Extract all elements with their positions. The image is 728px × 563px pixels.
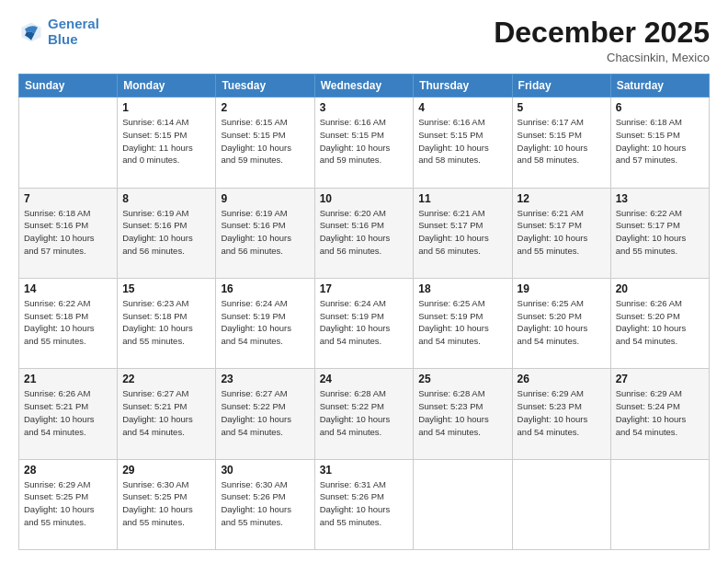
day-detail: Sunrise: 6:28 AMSunset: 5:23 PMDaylight:… <box>418 387 506 438</box>
day-number: 12 <box>518 192 606 205</box>
day-detail: Sunrise: 6:29 AMSunset: 5:23 PMDaylight:… <box>518 387 606 438</box>
day-number: 7 <box>24 192 112 205</box>
logo-icon <box>18 19 44 45</box>
day-detail: Sunrise: 6:14 AMSunset: 5:15 PMDaylight:… <box>122 116 210 167</box>
day-detail: Sunrise: 6:24 AMSunset: 5:19 PMDaylight:… <box>221 297 309 348</box>
day-detail: Sunrise: 6:25 AMSunset: 5:19 PMDaylight:… <box>418 297 506 348</box>
day-number: 19 <box>518 282 606 295</box>
calendar-cell: 20Sunrise: 6:26 AMSunset: 5:20 PMDayligh… <box>610 278 709 368</box>
calendar-cell: 3Sunrise: 6:16 AMSunset: 5:15 PMDaylight… <box>314 98 414 188</box>
day-number: 17 <box>320 282 409 295</box>
calendar-cell: 9Sunrise: 6:19 AMSunset: 5:16 PMDaylight… <box>216 188 314 278</box>
calendar-cell: 16Sunrise: 6:24 AMSunset: 5:19 PMDayligh… <box>216 278 314 368</box>
day-detail: Sunrise: 6:30 AMSunset: 5:26 PMDaylight:… <box>221 478 309 529</box>
day-number: 28 <box>24 464 112 477</box>
day-number: 18 <box>418 282 506 295</box>
day-number: 30 <box>221 464 309 477</box>
calendar-cell: 30Sunrise: 6:30 AMSunset: 5:26 PMDayligh… <box>216 459 314 549</box>
calendar-cell: 31Sunrise: 6:31 AMSunset: 5:26 PMDayligh… <box>314 459 414 549</box>
col-header-saturday: Saturday <box>610 75 709 98</box>
calendar-week-4: 21Sunrise: 6:26 AMSunset: 5:21 PMDayligh… <box>19 369 710 459</box>
day-number: 14 <box>24 282 112 295</box>
day-detail: Sunrise: 6:15 AMSunset: 5:15 PMDaylight:… <box>221 116 309 167</box>
day-detail: Sunrise: 6:19 AMSunset: 5:16 PMDaylight:… <box>122 207 210 258</box>
calendar-cell: 28Sunrise: 6:29 AMSunset: 5:25 PMDayligh… <box>19 459 118 549</box>
day-number: 29 <box>122 464 210 477</box>
calendar-cell: 6Sunrise: 6:18 AMSunset: 5:15 PMDaylight… <box>610 98 709 188</box>
calendar-week-3: 14Sunrise: 6:22 AMSunset: 5:18 PMDayligh… <box>19 278 710 368</box>
page: General Blue December 2025 Chacsinkin, M… <box>0 0 728 563</box>
day-number: 15 <box>122 282 210 295</box>
day-number: 3 <box>320 101 409 114</box>
day-number: 26 <box>518 373 606 385</box>
calendar-cell: 12Sunrise: 6:21 AMSunset: 5:17 PMDayligh… <box>512 188 610 278</box>
calendar-cell: 18Sunrise: 6:25 AMSunset: 5:19 PMDayligh… <box>414 278 512 368</box>
day-number: 13 <box>616 192 704 205</box>
day-detail: Sunrise: 6:29 AMSunset: 5:24 PMDaylight:… <box>616 387 704 438</box>
day-number: 23 <box>221 373 309 385</box>
day-detail: Sunrise: 6:18 AMSunset: 5:16 PMDaylight:… <box>24 207 112 258</box>
day-detail: Sunrise: 6:27 AMSunset: 5:22 PMDaylight:… <box>221 387 309 438</box>
calendar-cell: 8Sunrise: 6:19 AMSunset: 5:16 PMDaylight… <box>118 188 216 278</box>
calendar-week-1: 1Sunrise: 6:14 AMSunset: 5:15 PMDaylight… <box>19 98 710 188</box>
day-number: 27 <box>616 373 704 385</box>
calendar-cell: 4Sunrise: 6:16 AMSunset: 5:15 PMDaylight… <box>414 98 512 188</box>
calendar-cell: 10Sunrise: 6:20 AMSunset: 5:16 PMDayligh… <box>314 188 414 278</box>
day-number: 2 <box>221 101 309 114</box>
calendar-week-5: 28Sunrise: 6:29 AMSunset: 5:25 PMDayligh… <box>19 459 710 549</box>
col-header-wednesday: Wednesday <box>314 75 414 98</box>
calendar-cell: 19Sunrise: 6:25 AMSunset: 5:20 PMDayligh… <box>512 278 610 368</box>
day-number: 25 <box>418 373 506 385</box>
day-number: 11 <box>418 192 506 205</box>
day-detail: Sunrise: 6:25 AMSunset: 5:20 PMDaylight:… <box>518 297 606 348</box>
day-number: 21 <box>24 373 112 385</box>
calendar-table: SundayMondayTuesdayWednesdayThursdayFrid… <box>18 74 710 550</box>
calendar-cell: 26Sunrise: 6:29 AMSunset: 5:23 PMDayligh… <box>512 369 610 459</box>
day-number: 6 <box>616 101 704 114</box>
calendar-cell: 11Sunrise: 6:21 AMSunset: 5:17 PMDayligh… <box>414 188 512 278</box>
calendar-cell: 14Sunrise: 6:22 AMSunset: 5:18 PMDayligh… <box>19 278 118 368</box>
calendar-cell: 27Sunrise: 6:29 AMSunset: 5:24 PMDayligh… <box>610 369 709 459</box>
logo-text: General Blue <box>48 17 99 47</box>
day-number: 22 <box>122 373 210 385</box>
calendar-cell: 21Sunrise: 6:26 AMSunset: 5:21 PMDayligh… <box>19 369 118 459</box>
day-detail: Sunrise: 6:26 AMSunset: 5:20 PMDaylight:… <box>616 297 704 348</box>
title-block: December 2025 Chacsinkin, Mexico <box>494 17 710 64</box>
header: General Blue December 2025 Chacsinkin, M… <box>18 17 710 64</box>
day-detail: Sunrise: 6:17 AMSunset: 5:15 PMDaylight:… <box>518 116 606 167</box>
day-detail: Sunrise: 6:27 AMSunset: 5:21 PMDaylight:… <box>122 387 210 438</box>
calendar-cell: 15Sunrise: 6:23 AMSunset: 5:18 PMDayligh… <box>118 278 216 368</box>
day-detail: Sunrise: 6:19 AMSunset: 5:16 PMDaylight:… <box>221 207 309 258</box>
day-detail: Sunrise: 6:21 AMSunset: 5:17 PMDaylight:… <box>418 207 506 258</box>
col-header-friday: Friday <box>512 75 610 98</box>
calendar-cell <box>610 459 709 549</box>
day-detail: Sunrise: 6:22 AMSunset: 5:17 PMDaylight:… <box>616 207 704 258</box>
calendar-cell <box>414 459 512 549</box>
day-number: 8 <box>122 192 210 205</box>
calendar-cell <box>19 98 118 188</box>
day-number: 20 <box>616 282 704 295</box>
col-header-tuesday: Tuesday <box>216 75 314 98</box>
calendar-cell: 1Sunrise: 6:14 AMSunset: 5:15 PMDaylight… <box>118 98 216 188</box>
day-detail: Sunrise: 6:31 AMSunset: 5:26 PMDaylight:… <box>320 478 409 529</box>
calendar-cell: 13Sunrise: 6:22 AMSunset: 5:17 PMDayligh… <box>610 188 709 278</box>
calendar-cell: 7Sunrise: 6:18 AMSunset: 5:16 PMDaylight… <box>19 188 118 278</box>
calendar-cell: 17Sunrise: 6:24 AMSunset: 5:19 PMDayligh… <box>314 278 414 368</box>
day-detail: Sunrise: 6:28 AMSunset: 5:22 PMDaylight:… <box>320 387 409 438</box>
calendar-header-row: SundayMondayTuesdayWednesdayThursdayFrid… <box>19 75 710 98</box>
day-number: 10 <box>320 192 409 205</box>
day-detail: Sunrise: 6:29 AMSunset: 5:25 PMDaylight:… <box>24 478 112 529</box>
col-header-thursday: Thursday <box>414 75 512 98</box>
day-number: 5 <box>518 101 606 114</box>
calendar-cell: 2Sunrise: 6:15 AMSunset: 5:15 PMDaylight… <box>216 98 314 188</box>
day-number: 1 <box>122 101 210 114</box>
col-header-monday: Monday <box>118 75 216 98</box>
day-detail: Sunrise: 6:18 AMSunset: 5:15 PMDaylight:… <box>616 116 704 167</box>
day-detail: Sunrise: 6:21 AMSunset: 5:17 PMDaylight:… <box>518 207 606 258</box>
logo: General Blue <box>18 17 99 47</box>
calendar-cell: 23Sunrise: 6:27 AMSunset: 5:22 PMDayligh… <box>216 369 314 459</box>
day-detail: Sunrise: 6:16 AMSunset: 5:15 PMDaylight:… <box>320 116 409 167</box>
day-number: 9 <box>221 192 309 205</box>
calendar-cell: 25Sunrise: 6:28 AMSunset: 5:23 PMDayligh… <box>414 369 512 459</box>
calendar-cell: 29Sunrise: 6:30 AMSunset: 5:25 PMDayligh… <box>118 459 216 549</box>
